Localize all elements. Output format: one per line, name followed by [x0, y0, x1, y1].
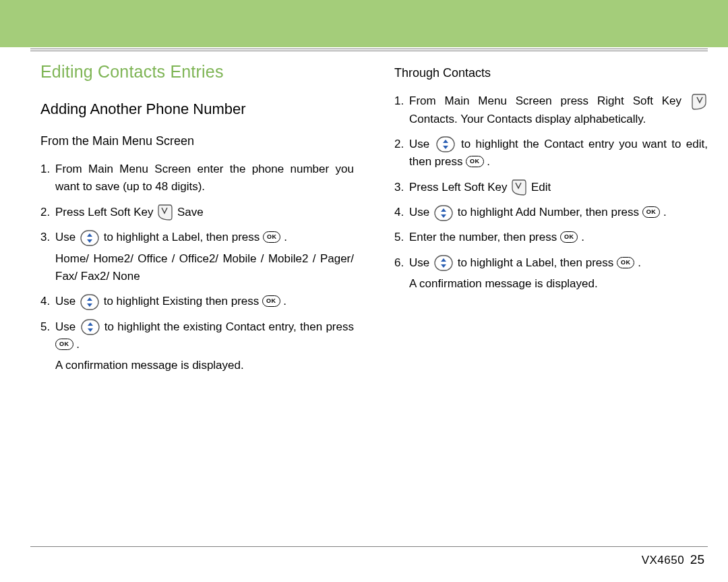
ok-key-icon: OK — [617, 257, 635, 268]
model-number: VX4650 — [642, 554, 685, 566]
svg-rect-5 — [435, 256, 452, 270]
list-item: Use to highlight a Label, then press OK … — [40, 229, 354, 246]
left-softkey-icon — [512, 179, 526, 196]
list-item: Use to highlight Add Number, then press … — [394, 204, 708, 221]
svg-rect-1 — [81, 295, 98, 310]
svg-rect-0 — [81, 231, 98, 245]
section-title: Editing Contacts Entries — [40, 62, 354, 82]
svg-rect-2 — [82, 320, 99, 334]
bottom-divider — [30, 546, 708, 547]
list-item: Press Left Soft Key Save — [40, 204, 354, 222]
list-item: From Main Menu Screen press Right Soft K… — [394, 92, 708, 128]
steps-left: From Main Menu Screen enter the phone nu… — [40, 161, 354, 247]
nav-updown-icon — [436, 136, 455, 152]
subsection-left: From the Main Menu Screen — [40, 134, 354, 148]
subtitle: Adding Another Phone Number — [40, 100, 354, 118]
svg-rect-4 — [435, 206, 452, 221]
ok-key-icon: OK — [262, 295, 280, 307]
right-column: Through Contacts From Main Menu Screen p… — [394, 62, 708, 382]
page-footer: VX4650 25 — [642, 552, 704, 567]
list-item: Use to highlight Existing then press OK … — [40, 293, 354, 310]
svg-rect-3 — [437, 137, 454, 152]
nav-updown-icon — [81, 319, 100, 335]
nav-updown-icon — [80, 230, 99, 246]
page-number: 25 — [690, 552, 704, 566]
list-item: Press Left Soft Key Edit — [394, 179, 708, 197]
subsection-right: Through Contacts — [394, 66, 708, 80]
nav-updown-icon — [434, 255, 453, 271]
nav-updown-icon — [80, 294, 99, 310]
steps-left-cont: Use to highlight Existing then press OK … — [40, 293, 354, 353]
top-divider — [30, 49, 708, 51]
list-item: Use to highlight the existing Contact en… — [40, 318, 354, 354]
label-options: Home/ Home2/ Office / Office2/ Mobile / … — [40, 250, 354, 286]
page-content: Editing Contacts Entries Adding Another … — [40, 62, 708, 382]
list-item: Use to highlight the Contact entry you w… — [394, 136, 708, 171]
list-item: Use to highlight a Label, then press OK … — [394, 254, 708, 272]
confirm-msg: A confirmation message is displayed. — [40, 357, 354, 374]
ok-key-icon: OK — [55, 339, 73, 350]
ok-key-icon: OK — [642, 206, 661, 218]
steps-right: From Main Menu Screen press Right Soft K… — [394, 92, 708, 272]
list-item: From Main Menu Screen enter the phone nu… — [40, 161, 354, 196]
ok-key-icon: OK — [560, 231, 578, 243]
ok-key-icon: OK — [263, 231, 281, 243]
ok-key-icon: OK — [466, 156, 484, 167]
header-bar — [0, 0, 728, 47]
list-item: Enter the number, then press OK . — [394, 229, 708, 246]
nav-updown-icon — [434, 205, 453, 221]
confirm-msg: A confirmation message is displayed. — [394, 275, 708, 293]
left-column: Editing Contacts Entries Adding Another … — [40, 62, 354, 382]
right-softkey-icon — [692, 93, 706, 111]
left-softkey-icon — [158, 204, 173, 221]
